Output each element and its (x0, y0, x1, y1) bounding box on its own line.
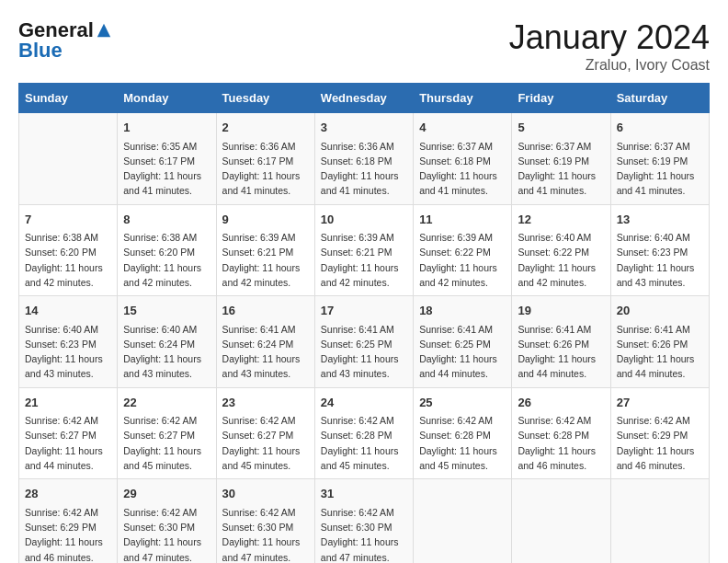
day-info: Sunrise: 6:42 AM Sunset: 6:30 PM Dayligh… (321, 505, 407, 563)
day-number: 27 (617, 394, 703, 412)
calendar-cell: 24Sunrise: 6:42 AM Sunset: 6:28 PM Dayli… (314, 387, 413, 479)
calendar-cell: 22Sunrise: 6:42 AM Sunset: 6:27 PM Dayli… (118, 387, 216, 479)
calendar-cell: 23Sunrise: 6:42 AM Sunset: 6:27 PM Dayli… (216, 387, 314, 479)
calendar-week-row: 7Sunrise: 6:38 AM Sunset: 6:20 PM Daylig… (19, 204, 710, 296)
calendar-cell: 14Sunrise: 6:40 AM Sunset: 6:23 PM Dayli… (19, 296, 118, 388)
day-info: Sunrise: 6:42 AM Sunset: 6:27 PM Dayligh… (222, 413, 309, 473)
calendar-cell: 9Sunrise: 6:39 AM Sunset: 6:21 PM Daylig… (216, 204, 314, 296)
page-header: General Blue January 2024 Zraluo, Ivory … (18, 18, 710, 74)
day-number: 30 (222, 485, 309, 503)
day-number: 29 (123, 485, 210, 503)
calendar-cell: 15Sunrise: 6:40 AM Sunset: 6:24 PM Dayli… (118, 296, 216, 388)
day-info: Sunrise: 6:35 AM Sunset: 6:17 PM Dayligh… (123, 139, 210, 199)
calendar-cell: 3Sunrise: 6:36 AM Sunset: 6:18 PM Daylig… (314, 113, 413, 205)
month-title: January 2024 (509, 18, 710, 57)
day-info: Sunrise: 6:37 AM Sunset: 6:19 PM Dayligh… (617, 139, 703, 199)
calendar-cell: 30Sunrise: 6:42 AM Sunset: 6:30 PM Dayli… (216, 479, 314, 563)
day-number: 31 (321, 485, 407, 503)
calendar-cell (19, 113, 118, 205)
day-number: 6 (617, 119, 703, 137)
day-number: 26 (518, 394, 604, 412)
header-monday: Monday (118, 84, 216, 113)
calendar-cell: 29Sunrise: 6:42 AM Sunset: 6:30 PM Dayli… (118, 479, 216, 563)
calendar-cell: 21Sunrise: 6:42 AM Sunset: 6:27 PM Dayli… (19, 387, 118, 479)
day-number: 9 (222, 211, 309, 229)
day-info: Sunrise: 6:40 AM Sunset: 6:22 PM Dayligh… (518, 230, 604, 290)
calendar-cell: 4Sunrise: 6:37 AM Sunset: 6:18 PM Daylig… (414, 113, 512, 205)
day-info: Sunrise: 6:42 AM Sunset: 6:28 PM Dayligh… (419, 413, 506, 473)
day-info: Sunrise: 6:38 AM Sunset: 6:20 PM Dayligh… (123, 230, 210, 290)
calendar-week-row: 14Sunrise: 6:40 AM Sunset: 6:23 PM Dayli… (19, 296, 710, 388)
title-area: January 2024 Zraluo, Ivory Coast (509, 18, 710, 74)
day-number: 20 (617, 302, 703, 320)
header-wednesday: Wednesday (314, 84, 413, 113)
day-number: 24 (321, 394, 407, 412)
day-number: 3 (321, 119, 407, 137)
calendar-cell: 31Sunrise: 6:42 AM Sunset: 6:30 PM Dayli… (314, 479, 413, 563)
day-info: Sunrise: 6:42 AM Sunset: 6:27 PM Dayligh… (25, 413, 111, 473)
day-info: Sunrise: 6:39 AM Sunset: 6:22 PM Dayligh… (419, 230, 506, 290)
day-info: Sunrise: 6:41 AM Sunset: 6:24 PM Dayligh… (222, 322, 309, 382)
day-number: 18 (419, 302, 506, 320)
day-info: Sunrise: 6:42 AM Sunset: 6:29 PM Dayligh… (617, 413, 703, 473)
day-number: 11 (419, 211, 506, 229)
day-number: 14 (25, 302, 111, 320)
day-info: Sunrise: 6:41 AM Sunset: 6:26 PM Dayligh… (518, 322, 604, 382)
day-info: Sunrise: 6:39 AM Sunset: 6:21 PM Dayligh… (321, 230, 407, 290)
day-info: Sunrise: 6:41 AM Sunset: 6:25 PM Dayligh… (419, 322, 506, 382)
calendar-cell: 1Sunrise: 6:35 AM Sunset: 6:17 PM Daylig… (118, 113, 216, 205)
day-info: Sunrise: 6:38 AM Sunset: 6:20 PM Dayligh… (25, 230, 111, 290)
day-info: Sunrise: 6:42 AM Sunset: 6:29 PM Dayligh… (25, 505, 111, 563)
day-number: 25 (419, 394, 506, 412)
day-number: 17 (321, 302, 407, 320)
day-number: 23 (222, 394, 309, 412)
calendar-cell: 19Sunrise: 6:41 AM Sunset: 6:26 PM Dayli… (512, 296, 610, 388)
day-info: Sunrise: 6:40 AM Sunset: 6:23 PM Dayligh… (617, 230, 703, 290)
day-number: 4 (419, 119, 506, 137)
day-info: Sunrise: 6:42 AM Sunset: 6:28 PM Dayligh… (518, 413, 604, 473)
day-info: Sunrise: 6:39 AM Sunset: 6:21 PM Dayligh… (222, 230, 309, 290)
day-number: 16 (222, 302, 309, 320)
calendar-cell: 5Sunrise: 6:37 AM Sunset: 6:19 PM Daylig… (512, 113, 610, 205)
day-number: 8 (123, 211, 210, 229)
logo: General Blue (18, 18, 112, 63)
day-info: Sunrise: 6:40 AM Sunset: 6:23 PM Dayligh… (25, 322, 111, 382)
day-number: 28 (25, 485, 111, 503)
day-info: Sunrise: 6:37 AM Sunset: 6:18 PM Dayligh… (419, 139, 506, 199)
calendar-cell: 16Sunrise: 6:41 AM Sunset: 6:24 PM Dayli… (216, 296, 314, 388)
calendar-cell: 12Sunrise: 6:40 AM Sunset: 6:22 PM Dayli… (512, 204, 610, 296)
calendar-cell: 27Sunrise: 6:42 AM Sunset: 6:29 PM Dayli… (610, 387, 709, 479)
day-number: 22 (123, 394, 210, 412)
calendar-cell: 2Sunrise: 6:36 AM Sunset: 6:17 PM Daylig… (216, 113, 314, 205)
logo-blue-text: Blue (18, 39, 63, 63)
day-number: 1 (123, 119, 210, 137)
calendar-cell: 6Sunrise: 6:37 AM Sunset: 6:19 PM Daylig… (610, 113, 709, 205)
header-sunday: Sunday (19, 84, 118, 113)
logo-icon (96, 22, 112, 39)
day-number: 15 (123, 302, 210, 320)
calendar-cell: 18Sunrise: 6:41 AM Sunset: 6:25 PM Dayli… (414, 296, 512, 388)
calendar-cell: 13Sunrise: 6:40 AM Sunset: 6:23 PM Dayli… (610, 204, 709, 296)
day-info: Sunrise: 6:40 AM Sunset: 6:24 PM Dayligh… (123, 322, 210, 382)
calendar-cell: 7Sunrise: 6:38 AM Sunset: 6:20 PM Daylig… (19, 204, 118, 296)
calendar-cell: 25Sunrise: 6:42 AM Sunset: 6:28 PM Dayli… (414, 387, 512, 479)
calendar-cell (414, 479, 512, 563)
calendar-cell: 20Sunrise: 6:41 AM Sunset: 6:26 PM Dayli… (610, 296, 709, 388)
calendar-table: SundayMondayTuesdayWednesdayThursdayFrid… (18, 83, 710, 563)
calendar-cell (610, 479, 709, 563)
day-info: Sunrise: 6:42 AM Sunset: 6:30 PM Dayligh… (222, 505, 309, 563)
day-number: 12 (518, 211, 604, 229)
calendar-cell: 26Sunrise: 6:42 AM Sunset: 6:28 PM Dayli… (512, 387, 610, 479)
day-info: Sunrise: 6:42 AM Sunset: 6:27 PM Dayligh… (123, 413, 210, 473)
day-info: Sunrise: 6:36 AM Sunset: 6:17 PM Dayligh… (222, 139, 309, 199)
calendar-week-row: 1Sunrise: 6:35 AM Sunset: 6:17 PM Daylig… (19, 113, 710, 205)
day-number: 21 (25, 394, 111, 412)
day-info: Sunrise: 6:37 AM Sunset: 6:19 PM Dayligh… (518, 139, 604, 199)
day-number: 10 (321, 211, 407, 229)
day-number: 19 (518, 302, 604, 320)
calendar-cell (512, 479, 610, 563)
calendar-cell: 10Sunrise: 6:39 AM Sunset: 6:21 PM Dayli… (314, 204, 413, 296)
calendar-cell: 28Sunrise: 6:42 AM Sunset: 6:29 PM Dayli… (19, 479, 118, 563)
calendar-cell: 17Sunrise: 6:41 AM Sunset: 6:25 PM Dayli… (314, 296, 413, 388)
day-info: Sunrise: 6:42 AM Sunset: 6:30 PM Dayligh… (123, 505, 210, 563)
